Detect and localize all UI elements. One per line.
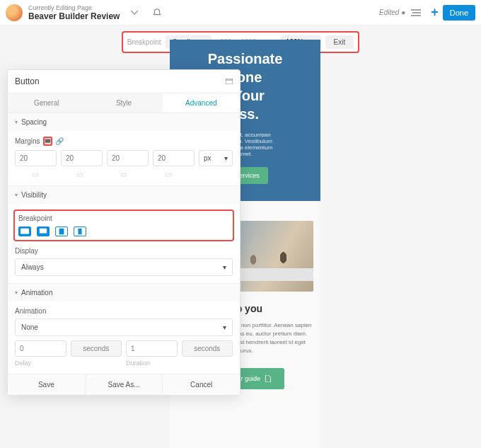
margin-side-icons: ▭▭▭▭ [15, 171, 233, 178]
animation-section: ▾Animation Animation None▾ seconds secon… [8, 283, 240, 374]
save-button[interactable]: Save [8, 374, 86, 395]
animation-label: Animation [15, 307, 233, 315]
beaver-logo-icon [6, 4, 23, 21]
visibility-section: ▾Visibility Breakpoint Display Always▾ [8, 185, 240, 283]
exit-responsive-button[interactable]: Exit [325, 35, 354, 49]
svg-rect-3 [21, 229, 29, 234]
cancel-button[interactable]: Cancel [163, 374, 240, 395]
margin-bottom-input[interactable] [107, 150, 149, 166]
svg-rect-2 [45, 139, 50, 143]
editing-subtitle: Currently Editing Page [28, 4, 120, 11]
breakpoint-control-highlight: Breakpoint [13, 209, 234, 241]
tab-general[interactable]: General [8, 93, 85, 113]
breakpoint-xl-toggle[interactable] [18, 226, 31, 236]
document-icon [265, 375, 272, 382]
margin-top-input[interactable] [15, 150, 57, 166]
delay-input[interactable] [15, 340, 66, 357]
svg-rect-5 [59, 229, 64, 235]
panel-actions: Save Save As... Cancel [8, 374, 240, 395]
margin-right-input[interactable] [61, 150, 103, 166]
animation-header[interactable]: ▾Animation [8, 284, 240, 301]
notifications-icon[interactable] [149, 5, 165, 21]
page-title: Beaver Builder Review [28, 11, 120, 21]
edited-status: Edited ● [379, 8, 405, 16]
duration-caption: Duration [126, 360, 178, 367]
link-values-icon[interactable]: 🔗 [55, 137, 64, 145]
duration-input[interactable] [126, 340, 178, 357]
spacing-section: ▾Spacing Margins 🔗 px▾ ▭▭▭▭ [8, 113, 240, 185]
breakpoint-mobile-toggle[interactable] [74, 226, 86, 236]
breakpoint-tablet-toggle[interactable] [55, 226, 68, 236]
breakpoint-label: Breakpoint [127, 38, 161, 46]
responsive-device-icon[interactable] [43, 137, 52, 146]
delay-caption: Delay [15, 360, 66, 367]
breakpoint-desktop-toggle[interactable] [37, 226, 50, 236]
svg-rect-0 [226, 79, 233, 84]
module-settings-panel: Button General Style Advanced ▾Spacing M… [7, 69, 240, 396]
title-dropdown[interactable] [127, 5, 142, 21]
top-bar: Currently Editing Page Beaver Builder Re… [0, 0, 481, 25]
animation-select[interactable]: None▾ [15, 318, 233, 336]
tab-style[interactable]: Style [85, 93, 162, 113]
margins-label: Margins 🔗 [15, 137, 233, 146]
add-module-button[interactable]: + [431, 5, 439, 20]
margin-left-input[interactable] [153, 150, 195, 166]
done-button[interactable]: Done [443, 5, 475, 21]
delay-unit: seconds [71, 340, 122, 357]
settings-tabs: General Style Advanced [8, 93, 240, 113]
display-select[interactable]: Always▾ [15, 258, 233, 276]
breakpoint-field-label: Breakpoint [18, 214, 229, 222]
panel-header[interactable]: Button [8, 70, 240, 93]
window-icon[interactable] [226, 79, 233, 84]
spacing-header[interactable]: ▾Spacing [8, 113, 240, 131]
duration-unit: seconds [182, 340, 233, 357]
tab-advanced[interactable]: Advanced [163, 93, 240, 113]
margin-unit-select[interactable]: px▾ [199, 150, 233, 166]
svg-rect-6 [78, 229, 81, 235]
page-title-block: Currently Editing Page Beaver Builder Re… [28, 4, 120, 21]
svg-rect-4 [40, 229, 47, 234]
save-as-button[interactable]: Save As... [86, 374, 163, 395]
visibility-header[interactable]: ▾Visibility [8, 186, 240, 204]
outline-icon[interactable] [408, 5, 424, 21]
display-label: Display [15, 247, 233, 255]
